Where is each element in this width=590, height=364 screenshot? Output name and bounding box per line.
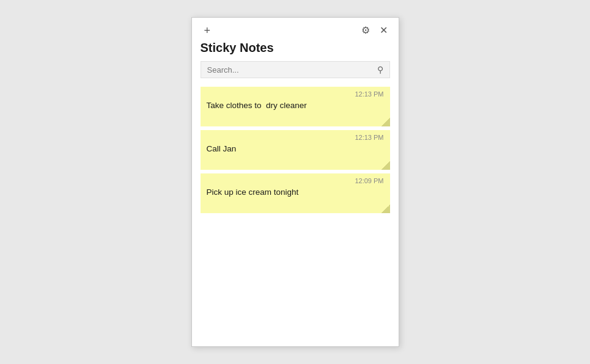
add-note-button[interactable]: + [201, 24, 215, 37]
search-input[interactable] [207, 65, 377, 75]
app-title: Sticky Notes [192, 41, 399, 61]
note-card[interactable]: 12:13 PM Take clothes to dry cleaner [201, 87, 390, 126]
title-bar-right: ⚙ ✕ [359, 24, 390, 37]
close-button[interactable]: ✕ [377, 24, 390, 37]
title-bar-left: + [201, 24, 215, 37]
title-bar: + ⚙ ✕ [192, 18, 399, 41]
note-timestamp: 12:13 PM [207, 134, 384, 141]
empty-space [192, 222, 399, 346]
notes-list: 12:13 PM Take clothes to dry cleaner 12:… [192, 84, 399, 222]
search-bar[interactable]: ⚲ [201, 61, 390, 78]
note-text: Call Jan [207, 144, 384, 155]
note-text: Take clothes to dry cleaner [207, 100, 384, 112]
note-timestamp: 12:13 PM [207, 90, 384, 98]
note-timestamp: 12:09 PM [207, 177, 384, 184]
settings-button[interactable]: ⚙ [359, 24, 372, 37]
note-card[interactable]: 12:09 PM Pick up ice cream tonight [201, 173, 390, 213]
sticky-notes-window: + ⚙ ✕ Sticky Notes ⚲ 12:13 PM Take cloth… [191, 17, 399, 347]
search-icon: ⚲ [377, 65, 383, 75]
note-card[interactable]: 12:13 PM Call Jan [201, 130, 390, 170]
note-text: Pick up ice cream tonight [207, 187, 384, 198]
